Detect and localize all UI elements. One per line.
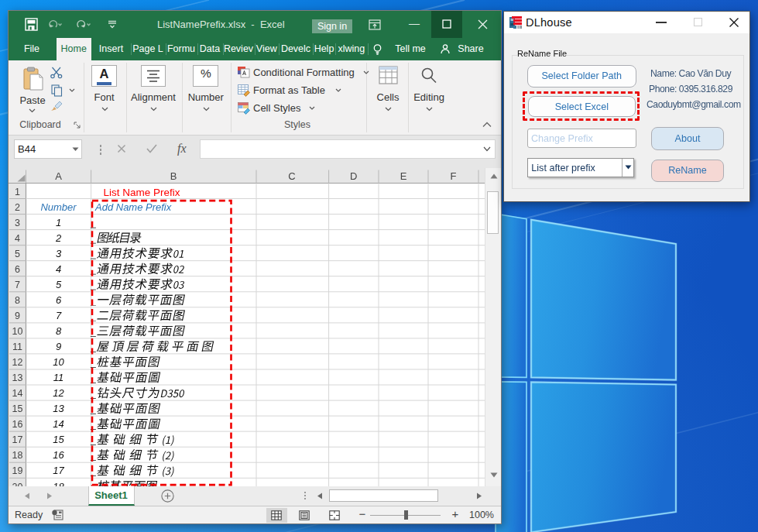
svg-text:8: 8	[56, 325, 62, 337]
svg-text:14: 14	[12, 388, 23, 399]
svg-text:F: F	[451, 170, 457, 182]
svg-text:9: 9	[56, 341, 61, 352]
svg-text:15: 15	[12, 403, 23, 414]
svg-text:13: 13	[12, 372, 23, 383]
svg-text:12: 12	[53, 387, 64, 399]
svg-text:9: 9	[15, 311, 20, 321]
svg-text:15: 15	[53, 434, 64, 445]
svg-text:2: 2	[15, 202, 20, 213]
svg-text:12: 12	[12, 357, 23, 368]
svg-text:7: 7	[56, 310, 62, 321]
svg-text:5: 5	[56, 279, 62, 290]
svg-text:E: E	[400, 170, 407, 182]
svg-text:List Name Prefix: List Name Prefix	[103, 187, 180, 198]
svg-text:8: 8	[15, 295, 20, 306]
svg-text:10: 10	[12, 326, 23, 337]
svg-text:16: 16	[53, 449, 64, 461]
svg-text:11: 11	[53, 372, 64, 383]
svg-text:4: 4	[15, 233, 20, 244]
svg-text:14: 14	[53, 418, 63, 430]
svg-text:C: C	[288, 170, 295, 182]
svg-text:1: 1	[15, 187, 20, 197]
svg-text:3: 3	[15, 218, 20, 228]
svg-text:Add Name Prefix: Add Name Prefix	[94, 201, 172, 213]
svg-text:19: 19	[12, 465, 23, 476]
svg-text:Number: Number	[40, 201, 77, 213]
svg-text:6: 6	[56, 294, 62, 306]
svg-text:A: A	[55, 170, 62, 182]
svg-text:11: 11	[12, 342, 22, 352]
svg-text:6: 6	[15, 264, 20, 275]
svg-text:13: 13	[53, 403, 64, 414]
svg-text:1: 1	[56, 217, 61, 228]
svg-text:16: 16	[12, 419, 23, 430]
svg-text:4: 4	[56, 263, 61, 275]
svg-text:17: 17	[12, 434, 23, 445]
svg-text:2: 2	[55, 232, 62, 244]
svg-text:5: 5	[15, 249, 20, 259]
svg-text:B: B	[170, 170, 177, 182]
svg-text:3: 3	[56, 248, 62, 259]
svg-text:7: 7	[15, 280, 20, 290]
svg-text:10: 10	[53, 356, 64, 368]
svg-text:D: D	[350, 170, 357, 182]
svg-text:17: 17	[53, 465, 64, 476]
svg-text:18: 18	[12, 450, 23, 461]
